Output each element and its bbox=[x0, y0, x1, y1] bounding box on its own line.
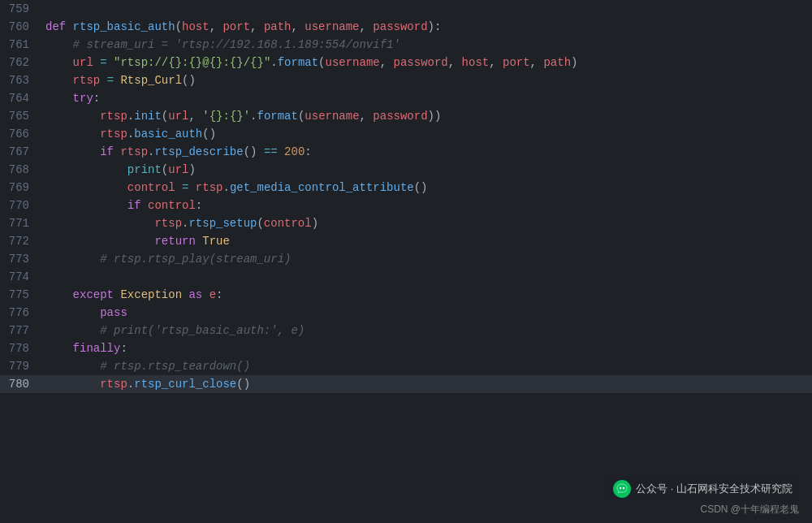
line-number: 765 bbox=[0, 107, 42, 125]
line-number: 767 bbox=[0, 143, 42, 161]
line-number: 771 bbox=[0, 214, 42, 232]
line-number: 759 bbox=[0, 0, 42, 18]
line-content: finally: bbox=[42, 339, 812, 357]
line-number: 774 bbox=[0, 268, 42, 286]
line-content: rtsp.init(url, '{}:{}'.format(username, … bbox=[42, 107, 812, 125]
line-number: 773 bbox=[0, 250, 42, 268]
line-number: 778 bbox=[0, 339, 42, 357]
line-number: 780 bbox=[0, 375, 42, 393]
code-line-778: 778 finally: bbox=[0, 339, 812, 357]
svg-point-0 bbox=[620, 487, 621, 489]
svg-point-1 bbox=[623, 487, 624, 489]
line-content: if control: bbox=[42, 197, 812, 214]
line-content: # print('rtsp_basic_auth:', e) bbox=[42, 322, 812, 339]
line-content: return True bbox=[42, 232, 812, 250]
code-line-779: 779 # rtsp.rtsp_teardown() bbox=[0, 357, 812, 375]
line-content: # rtsp.rtsp_teardown() bbox=[42, 357, 812, 375]
line-number: 769 bbox=[0, 179, 42, 197]
line-number: 762 bbox=[0, 54, 42, 71]
code-line-766: 766 rtsp.basic_auth() bbox=[0, 125, 812, 143]
line-number: 761 bbox=[0, 36, 42, 54]
code-line-777: 777 # print('rtsp_basic_auth:', e) bbox=[0, 322, 812, 339]
code-line-763: 763 rtsp = Rtsp_Curl() bbox=[0, 71, 812, 89]
line-content: if rtsp.rtsp_describe() == 200: bbox=[42, 143, 812, 161]
line-content: def rtsp_basic_auth(host, port, path, us… bbox=[42, 18, 812, 36]
code-line-772: 772 return True bbox=[0, 232, 812, 250]
line-content: rtsp.basic_auth() bbox=[42, 125, 812, 143]
line-content: rtsp = Rtsp_Curl() bbox=[42, 71, 812, 89]
code-line-774: 774 bbox=[0, 268, 812, 286]
code-line-775: 775 except Exception as e: bbox=[0, 286, 812, 304]
code-line-760: 760 def rtsp_basic_auth(host, port, path… bbox=[0, 18, 812, 36]
line-content: rtsp.rtsp_setup(control) bbox=[42, 214, 812, 232]
line-content: control = rtsp.get_media_control_attribu… bbox=[42, 179, 812, 197]
code-line-771: 771 rtsp.rtsp_setup(control) bbox=[0, 214, 812, 232]
line-number: 776 bbox=[0, 304, 42, 322]
line-number: 770 bbox=[0, 197, 42, 214]
code-line-764: 764 try: bbox=[0, 89, 812, 107]
line-number: 768 bbox=[0, 161, 42, 179]
code-line-761: 761 # stream_uri = 'rtsp://192.168.1.189… bbox=[0, 36, 812, 54]
code-line-767: 767 if rtsp.rtsp_describe() == 200: bbox=[0, 143, 812, 161]
code-line-770: 770 if control: bbox=[0, 197, 812, 214]
line-content: rtsp.rtsp_curl_close() bbox=[42, 375, 812, 393]
code-editor: 759 760 def rtsp_basic_auth(host, port, … bbox=[0, 0, 812, 523]
line-content: pass bbox=[42, 304, 812, 322]
code-line-768: 768 print(url) bbox=[0, 161, 812, 179]
code-line-769: 769 control = rtsp.get_media_control_att… bbox=[0, 179, 812, 197]
line-number: 772 bbox=[0, 232, 42, 250]
line-content: print(url) bbox=[42, 161, 812, 179]
watermark-org-text: 公众号 · 山石网科安全技术研究院 bbox=[636, 482, 793, 496]
line-number: 763 bbox=[0, 71, 42, 89]
line-number: 764 bbox=[0, 89, 42, 107]
line-number: 760 bbox=[0, 18, 42, 36]
line-content: url = "rtsp://{}:{}@{}:{}/{}".format(use… bbox=[42, 54, 812, 71]
watermark-csdn-text: CSDN @十年编程老鬼 bbox=[700, 503, 799, 517]
line-content: # stream_uri = 'rtsp://192.168.1.189:554… bbox=[42, 36, 812, 54]
code-line-773: 773 # rtsp.rtsp_play(stream_uri) bbox=[0, 250, 812, 268]
line-content: try: bbox=[42, 89, 812, 107]
line-number: 775 bbox=[0, 286, 42, 304]
code-line-759: 759 bbox=[0, 0, 812, 18]
wechat-icon bbox=[613, 480, 631, 498]
watermark-top: 公众号 · 山石网科安全技术研究院 bbox=[607, 477, 799, 501]
line-content: except Exception as e: bbox=[42, 286, 812, 304]
line-number: 766 bbox=[0, 125, 42, 143]
code-line-765: 765 rtsp.init(url, '{}:{}'.format(userna… bbox=[0, 107, 812, 125]
code-line-776: 776 pass bbox=[0, 304, 812, 322]
line-content: # rtsp.rtsp_play(stream_uri) bbox=[42, 250, 812, 268]
watermark: 公众号 · 山石网科安全技术研究院 CSDN @十年编程老鬼 bbox=[607, 477, 799, 517]
code-line-780: 780 rtsp.rtsp_curl_close() bbox=[0, 375, 812, 393]
code-line-762: 762 url = "rtsp://{}:{}@{}:{}/{}".format… bbox=[0, 54, 812, 71]
line-number: 779 bbox=[0, 357, 42, 375]
line-number: 777 bbox=[0, 322, 42, 339]
